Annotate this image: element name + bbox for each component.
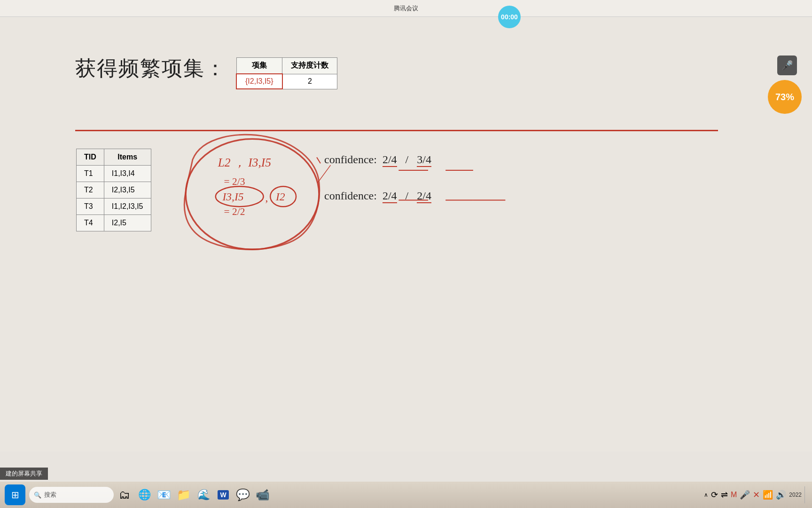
trans-t4-items: I2,I5 [104, 215, 151, 231]
windows-start-button[interactable]: ⊞ [5, 484, 25, 505]
freq-col1-header: 项集 [236, 58, 282, 74]
taskbar: ⊞ 🔍 搜索 🗂 🌐 📧 📁 🌊 W 💬 📹 ∧ ⟳ ⇌ M 🎤 ✕ 📶 🔊 2… [0, 482, 812, 508]
taskbar-app-mail[interactable]: 📧 [155, 486, 173, 504]
wechat-icon: 💬 [236, 488, 250, 501]
windows-icon: ⊞ [11, 489, 19, 500]
taskbar-app-browser2[interactable]: 🌊 [195, 486, 212, 504]
taskbar-tray: ∧ ⟳ ⇌ M 🎤 ✕ 📶 🔊 2022 [704, 486, 807, 503]
taskbar-app-explorer[interactable]: 📁 [175, 486, 193, 504]
conf2-label: confidence: [324, 190, 380, 202]
edge-icon: 🌐 [138, 489, 151, 501]
taskbar-app-wechat[interactable]: 💬 [234, 486, 252, 504]
trans-table: TID Items T1 I1,I3,I4 T2 I2,I3,I5 T3 I1,… [76, 149, 151, 231]
trans-header-tid: TID [77, 149, 104, 166]
trans-t1-items: I1,I3,I4 [104, 166, 151, 182]
conf1-val1: 2/4 [383, 153, 397, 167]
svg-text:= 2/2: = 2/2 [224, 206, 245, 217]
conf-line-1: confidence: 2/4 / 3/4 [324, 153, 431, 167]
conf2-sep: / [400, 190, 414, 202]
timer-display: 00:00 [501, 13, 518, 21]
timer-circle: 00:00 [498, 6, 521, 28]
tray-icon-network: ⇌ [721, 490, 728, 500]
freq-row1-col2: 2 [282, 74, 337, 89]
taskbar-search[interactable]: 🔍 搜索 [29, 487, 114, 503]
taskbar-app-word[interactable]: W [214, 486, 232, 504]
tray-show-desktop[interactable] [804, 486, 807, 503]
trans-header-items: Items [104, 149, 151, 166]
tray-icon-volume: 🔊 [776, 490, 786, 500]
trans-t4-tid: T4 [77, 215, 104, 231]
conf2-val1: 2/4 [383, 190, 397, 203]
mic-button[interactable]: 🎤 [777, 56, 797, 75]
tray-icon-wifi: 📶 [763, 490, 773, 500]
tray-icon-x[interactable]: ✕ [753, 490, 760, 500]
table-row: T1 I1,I3,I4 [77, 166, 151, 182]
trans-t3-items: I1,I2,I3,I5 [104, 198, 151, 215]
trans-t2-items: I2,I3,I5 [104, 182, 151, 198]
table-row: T4 I2,I5 [77, 215, 151, 231]
table-row: T2 I2,I3,I5 [77, 182, 151, 198]
tray-icon-mic[interactable]: 🎤 [740, 490, 750, 500]
svg-point-6 [270, 186, 296, 206]
conf1-val2: 3/4 [417, 153, 431, 167]
taskbar-app-browser-edge[interactable]: 🌐 [135, 486, 153, 504]
heading-section: 获得频繁项集： 项集 支持度计数 {I2,I3,I5} 2 [75, 55, 337, 89]
tray-chevron[interactable]: ∧ [704, 492, 708, 498]
trans-t1-tid: T1 [77, 166, 104, 182]
tray-icon-sync: ⟳ [711, 490, 718, 500]
svg-point-0 [186, 139, 319, 249]
files-icon: 🗂 [119, 488, 130, 501]
heading-text: 获得频繁项集： [75, 55, 226, 82]
pct-display: 73% [775, 92, 794, 103]
mic-icon: 🎤 [781, 60, 793, 71]
browser2-icon: 🌊 [197, 489, 210, 501]
tray-icon-m: M [731, 491, 737, 499]
conf1-sep: / [400, 153, 414, 166]
title-bar-text: 腾讯会议 [394, 4, 418, 13]
mail-icon: 📧 [157, 488, 171, 501]
video-icon: 📹 [256, 488, 270, 501]
svg-text:I2: I2 [275, 190, 285, 203]
freq-table: 项集 支持度计数 {I2,I3,I5} 2 [236, 57, 337, 89]
search-icon: 🔍 [34, 492, 41, 499]
explorer-icon: 📁 [177, 488, 191, 501]
confidence-area: confidence: 2/4 / 3/4 confidence: 2/4 / … [324, 153, 431, 226]
red-divider [75, 130, 718, 131]
tray-time: 2022 [789, 492, 802, 498]
title-bar: 腾讯会议 [0, 0, 812, 17]
freq-col2-header: 支持度计数 [282, 58, 337, 74]
trans-t2-tid: T2 [77, 182, 104, 198]
status-text: 建的屏幕共享 [0, 468, 48, 480]
whiteboard: 获得频繁项集： 项集 支持度计数 {I2,I3,I5} 2 TID Items [0, 17, 812, 452]
taskbar-app-video[interactable]: 📹 [254, 486, 272, 504]
conf-line-2: confidence: 2/4 / 2/4 [324, 190, 431, 203]
svg-text:I3,I5: I3,I5 [222, 190, 243, 203]
word-icon: W [218, 490, 228, 500]
svg-text:= 2/3: = 2/3 [224, 176, 245, 187]
trans-t3-tid: T3 [77, 198, 104, 215]
svg-text:L2 ，  I3,I5: L2 ， I3,I5 [218, 156, 271, 169]
conf2-val2: 2/4 [417, 190, 431, 203]
taskbar-app-files[interactable]: 🗂 [116, 486, 133, 504]
search-label: 搜索 [44, 491, 56, 499]
pct-circle: 73% [768, 80, 802, 114]
svg-text:,: , [265, 191, 268, 204]
table-row: T3 I1,I2,I3,I5 [77, 198, 151, 215]
svg-point-3 [216, 186, 264, 206]
freq-row1-col1: {I2,I3,I5} [236, 74, 282, 89]
conf1-label: confidence: [324, 153, 380, 166]
